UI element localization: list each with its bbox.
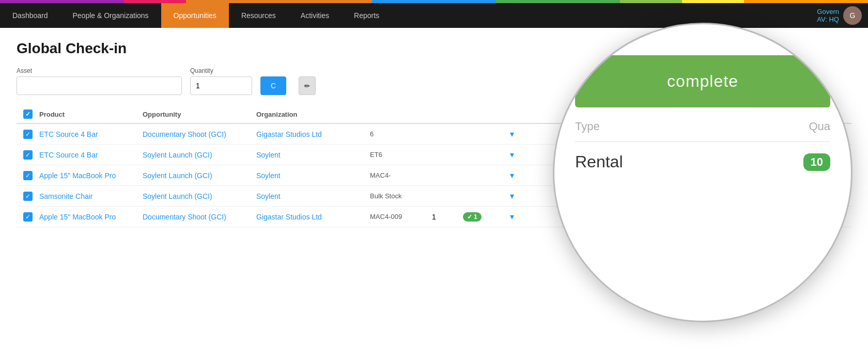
nav-item-activities[interactable]: Activities xyxy=(288,3,342,28)
organization-link-0[interactable]: Gigastar Studios Ltd xyxy=(256,130,322,138)
magnify-rental-row: Rental 10 xyxy=(575,152,830,171)
row-checkbox-2[interactable] xyxy=(23,171,33,180)
edit-button[interactable]: ✏ xyxy=(299,76,316,95)
qty-4: 1 xyxy=(432,213,463,221)
organization-link-1[interactable]: Soylent xyxy=(256,151,281,159)
header-product: Product xyxy=(39,111,143,118)
nav-username: Govern xyxy=(817,8,839,15)
main-nav: DashboardPeople & OrganizationsOpportuni… xyxy=(0,3,868,28)
row-checkbox-3[interactable] xyxy=(23,192,33,201)
magnify-qty-label: Qua xyxy=(703,120,830,133)
asset-code-0: 6 xyxy=(370,130,432,138)
row-checkbox-0[interactable] xyxy=(23,130,33,139)
opportunity-link-4[interactable]: Documentary Shoot (GCI) xyxy=(143,213,226,221)
row-chevron-0[interactable]: ▾ xyxy=(510,129,514,139)
magnify-rental-label: Rental xyxy=(575,152,623,171)
product-link-4[interactable]: Apple 15" MacBook Pro xyxy=(39,213,116,221)
asset-input[interactable] xyxy=(17,76,182,95)
complete-button[interactable]: complete xyxy=(575,55,830,107)
header-organization: Organization xyxy=(256,111,370,118)
product-link-0[interactable]: ETC Source 4 Bar xyxy=(39,130,98,138)
row-checkbox-4[interactable] xyxy=(23,212,33,222)
row-chevron-3[interactable]: ▾ xyxy=(510,191,514,201)
product-link-3[interactable]: Samsonite Chair xyxy=(39,192,93,200)
nav-right: Govern AV: HQ G xyxy=(817,3,868,28)
asset-field: Asset xyxy=(17,67,182,95)
magnify-rental-badge: 10 xyxy=(803,153,830,171)
nav-item-resources[interactable]: Resources xyxy=(229,3,288,28)
nav-item-people-organizations[interactable]: People & Organizations xyxy=(60,3,161,28)
main-content: Global Check-in Asset Quantity C ✏ Produ… xyxy=(0,28,868,240)
asset-code-3: Bulk Stock xyxy=(370,192,432,200)
quantity-input[interactable] xyxy=(190,76,252,95)
asset-label: Asset xyxy=(17,67,182,74)
magnify-column-headers: Type Qua xyxy=(575,120,830,133)
checkin-qty-4: 1 xyxy=(463,212,504,222)
header-opportunity: Opportunity xyxy=(143,111,256,118)
opportunity-link-2[interactable]: Soylent Launch (GCI) xyxy=(143,171,212,180)
asset-code-1: ET6 xyxy=(370,151,432,159)
pencil-icon: ✏ xyxy=(304,82,310,90)
product-link-2[interactable]: Apple 15" MacBook Pro xyxy=(39,171,116,180)
opportunity-link-0[interactable]: Documentary Shoot (GCI) xyxy=(143,130,226,138)
magnify-type-label: Type xyxy=(575,120,703,133)
checkin-badge-4: 1 xyxy=(463,212,482,222)
product-link-1[interactable]: ETC Source 4 Bar xyxy=(39,151,98,159)
opportunity-link-3[interactable]: Soylent Launch (GCI) xyxy=(143,192,212,200)
nav-item-reports[interactable]: Reports xyxy=(342,3,392,28)
quantity-label: Quantity xyxy=(190,67,252,74)
asset-code-2: MAC4- xyxy=(370,171,432,179)
quantity-field: Quantity xyxy=(190,67,252,95)
opportunity-link-1[interactable]: Soylent Launch (GCI) xyxy=(143,151,212,159)
organization-link-3[interactable]: Soylent xyxy=(256,192,281,200)
magnify-overlay: complete Type Qua Rental 10 xyxy=(553,23,853,322)
nav-user-sub: AV: HQ xyxy=(817,15,839,23)
row-chevron-4[interactable]: ▾ xyxy=(510,212,514,222)
magnify-divider xyxy=(575,142,830,142)
row-chevron-2[interactable]: ▾ xyxy=(510,170,514,180)
user-avatar[interactable]: G xyxy=(843,6,862,25)
checkin-button[interactable]: C xyxy=(260,76,286,95)
asset-code-4: MAC4-009 xyxy=(370,213,432,221)
nav-user: Govern AV: HQ xyxy=(817,8,839,23)
nav-item-dashboard[interactable]: Dashboard xyxy=(0,3,60,28)
organization-link-2[interactable]: Soylent xyxy=(256,171,281,180)
row-chevron-1[interactable]: ▾ xyxy=(510,150,514,160)
organization-link-4[interactable]: Gigastar Studios Ltd xyxy=(256,213,322,221)
select-all-checkbox[interactable] xyxy=(23,109,33,119)
row-checkbox-1[interactable] xyxy=(23,150,33,160)
nav-item-opportunities[interactable]: Opportunities xyxy=(161,3,229,28)
